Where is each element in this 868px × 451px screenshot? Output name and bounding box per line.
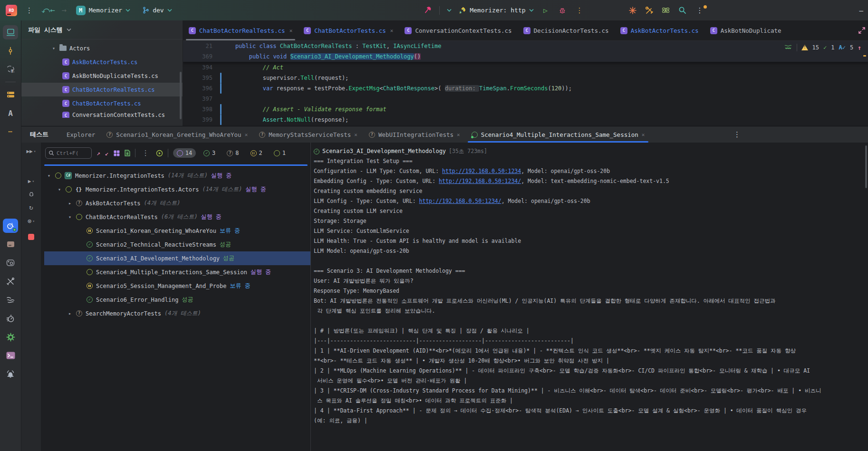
file-tree-row[interactable]: CConversationContextTests.cs: [21, 110, 183, 118]
warning-count[interactable]: 15: [812, 44, 819, 51]
chevron-down-icon[interactable]: ▾: [57, 187, 62, 192]
test-tree-row[interactable]: ✓Scenario2_Technical_ReactiveStreams성공: [44, 238, 310, 251]
chevron-right-icon[interactable]: ▸: [67, 311, 73, 316]
console-scrollbar[interactable]: [865, 145, 867, 188]
crossed-tools-icon[interactable]: [3, 274, 18, 288]
editor-tab[interactable]: CAskBotActorTests.cs: [615, 20, 704, 40]
project-selector[interactable]: M Memorizer: [73, 4, 133, 17]
chevron-down-icon[interactable]: ▾: [67, 214, 73, 220]
inspection-widget[interactable]: 15 ✓ 1 A✓ 5 ↑: [784, 44, 861, 51]
test-tree-row[interactable]: ▸?AskBotActorTests(4개 테스트): [44, 196, 310, 210]
chevron-down-icon[interactable]: ▾: [51, 46, 57, 51]
close-icon[interactable]: ✕: [289, 28, 293, 34]
code-line[interactable]: 397: [183, 94, 868, 104]
url-link[interactable]: http://192.168.0.50:1234/: [439, 178, 521, 184]
tree-folder-row[interactable]: ▾Actors: [21, 41, 183, 55]
settings-menu-icon[interactable]: ⋮: [694, 6, 705, 15]
debug-button[interactable]: [558, 6, 567, 15]
main-menu-icon[interactable]: ⋮: [24, 6, 35, 15]
close-icon[interactable]: ✕: [457, 132, 460, 138]
test-tree-row[interactable]: Scenario4_Multiple_Interactions_Same_Ses…: [44, 265, 310, 279]
code-line[interactable]: 398// Assert - Validate response format: [183, 104, 868, 115]
streams-tool-icon[interactable]: [3, 293, 18, 307]
test-panel-tab[interactable]: Explorer: [61, 126, 101, 143]
camera-tool-icon[interactable]: [3, 256, 18, 270]
chevron-down-icon[interactable]: ▾: [46, 173, 52, 178]
test-panel-tab[interactable]: Scenario4_Multiple_Interactions_Same_Ses…: [466, 126, 651, 143]
file-tree-row[interactable]: CAskBotNoDuplicateTests.cs: [21, 69, 183, 83]
settings-gear-icon[interactable]: [3, 330, 18, 344]
export-results-icon[interactable]: [125, 150, 130, 156]
file-panel-header[interactable]: 파일 시스템: [21, 20, 183, 39]
url-link[interactable]: http://192.168.0.50:1234: [442, 168, 521, 174]
close-icon[interactable]: ✕: [354, 132, 357, 138]
build-options-chevron-icon[interactable]: [447, 9, 452, 12]
test-tree-row[interactable]: ✓Scenario6_Error_Handling성공: [44, 293, 310, 307]
chat-help-tool-icon[interactable]: ?: [3, 62, 18, 77]
run-configuration[interactable]: Memorizer: http: [459, 7, 533, 14]
back-icon[interactable]: ⤺︎←: [41, 6, 55, 14]
run-button[interactable]: ▷: [541, 6, 550, 15]
minimize-button[interactable]: —: [859, 7, 863, 14]
test-tree-row[interactable]: Scenario1_Korean_Greeting_WhoAreYou보류 중: [44, 224, 310, 238]
rerun-tests-button[interactable]: ▶▶▾: [26, 148, 36, 154]
navigate-up-icon[interactable]: ↑: [858, 44, 861, 51]
refresh-icon[interactable]: ↻: [29, 203, 33, 211]
commit-tool-icon[interactable]: [3, 44, 18, 58]
test-tree-row[interactable]: ▾C#Memorizer.IntegrationTests(14개 테스트)실행…: [44, 169, 310, 182]
editor-tab[interactable]: CAskBotNoDuplicate: [704, 20, 787, 40]
typo-count[interactable]: 5: [850, 44, 853, 51]
database-tool-icon[interactable]: [3, 87, 18, 102]
test-tree-row[interactable]: Scenario5_Session_Management_And_Probe보류…: [44, 279, 310, 293]
branch-selector[interactable]: dev: [140, 5, 174, 16]
code-line[interactable]: 21public class ChatBotActorRealTests : T…: [183, 41, 868, 51]
ok-count[interactable]: 1: [831, 44, 834, 51]
build-hammer-icon[interactable]: [423, 6, 432, 15]
more-tool-windows-icon[interactable]: ⋯: [3, 125, 18, 139]
forward-icon[interactable]: →: [61, 6, 66, 14]
test-panel-tab[interactable]: ?MemoryStatsServiceTests✕: [253, 126, 363, 143]
code-line[interactable]: 399Assert.NotNull(response);: [183, 115, 868, 125]
close-icon[interactable]: ✕: [642, 132, 645, 138]
panel-options-kebab-icon[interactable]: ⋮: [733, 130, 741, 139]
azure-tool-icon[interactable]: A: [3, 106, 18, 120]
test-tree-row[interactable]: ▾ChatBotActorRealTests(6개 테스트)실행 중: [44, 210, 310, 224]
test-output-console[interactable]: ✓ Scenario3_AI_Development_Methodology […: [311, 143, 868, 451]
test-panel-tab[interactable]: ?Scenario1_Korean_Greeting_WhoAreYou✕: [101, 126, 253, 143]
code-line[interactable]: 369public void Scenario3_AI_Development_…: [183, 51, 868, 62]
close-icon[interactable]: ✕: [390, 28, 394, 34]
test-panel-tab[interactable]: ?WebUIIntegrationTests✕: [363, 126, 466, 143]
file-system-tool-icon[interactable]: [3, 25, 18, 39]
group-by-icon[interactable]: [114, 150, 120, 156]
test-filter-chip[interactable]: 14: [173, 148, 196, 158]
terminal-tool-icon[interactable]: [3, 348, 18, 363]
test-tree-row[interactable]: ✓Scenario3_AI_Development_Methodology성공: [44, 251, 310, 265]
debug-tests-icon[interactable]: [28, 191, 35, 197]
warning-stripe-mark[interactable]: [863, 55, 866, 57]
ai-spark-icon[interactable]: [628, 6, 637, 15]
stop-button[interactable]: [28, 234, 34, 240]
code-line[interactable]: 396var response = testProbe.ExpectMsg<Ch…: [183, 83, 868, 94]
chevron-right-icon[interactable]: ▸: [67, 201, 73, 206]
editor-tab[interactable]: CDecisionActorTests.cs: [518, 20, 615, 40]
editor-tab[interactable]: CConversationContextTests.cs: [399, 20, 517, 40]
search-everywhere-icon[interactable]: [678, 6, 687, 15]
expand-all-icon[interactable]: ↗: [96, 150, 100, 157]
close-icon[interactable]: ✕: [245, 132, 248, 138]
tree-options-kebab-icon[interactable]: ⋮: [140, 149, 151, 157]
editor-tab[interactable]: CChatBotActorTests.cs✕: [298, 20, 399, 40]
file-tree-row[interactable]: CAskBotActorTests.cs: [21, 55, 183, 69]
search-input[interactable]: Ctrl+F(: [45, 147, 92, 159]
test-filter-chip[interactable]: 2: [247, 148, 266, 158]
code-line[interactable]: 395supervisor.Tell(request);: [183, 73, 868, 83]
url-link[interactable]: http://192.168.0.50:1234/: [419, 198, 502, 204]
atom-profiler-icon[interactable]: [661, 6, 671, 15]
test-filter-chip[interactable]: 1: [270, 148, 289, 158]
tools-icon[interactable]: [645, 6, 654, 15]
test-filter-chip[interactable]: ✓3: [200, 148, 219, 158]
test-filter-chip[interactable]: ?8: [223, 148, 242, 158]
editor-tab[interactable]: CChatBotActorRealTests.cs✕: [183, 20, 298, 40]
unit-tests-tool-icon[interactable]: [3, 219, 18, 233]
collapse-all-icon[interactable]: ↙: [105, 150, 109, 157]
profiler-stopwatch-icon[interactable]: [3, 311, 18, 326]
